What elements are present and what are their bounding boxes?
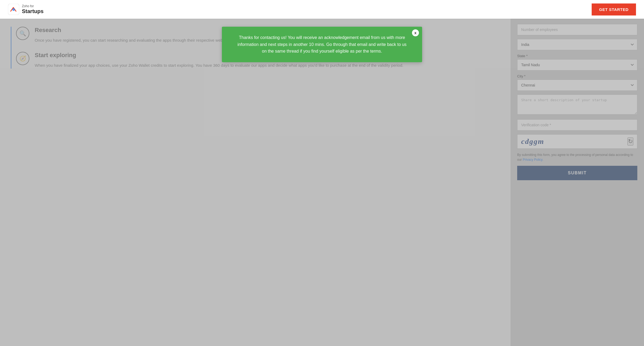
privacy-text-group: By submitting this form, you agree to th…: [517, 152, 637, 162]
logo-area: Zoho for Startups: [8, 4, 44, 15]
city-label: City *: [517, 74, 637, 78]
privacy-policy-link[interactable]: Privacy Policy.: [523, 158, 543, 162]
left-border-line: [11, 27, 11, 69]
get-started-button[interactable]: GET STARTED: [592, 3, 636, 15]
city-group: City * Chennai Mumbai Delhi: [517, 74, 637, 91]
description-textarea[interactable]: [517, 95, 637, 115]
main-container: 🔍 Research Once you have registered, you…: [0, 19, 644, 346]
logo-text: Zoho for Startups: [22, 4, 44, 14]
state-select[interactable]: Tamil Nadu Karnataka Maharashtra: [517, 59, 637, 70]
research-icon: 🔍: [16, 27, 29, 40]
right-form-panel: India USA UK State * Tamil Nadu Karnatak…: [511, 19, 644, 346]
country-group: India USA UK: [517, 39, 637, 50]
svg-point-1: [12, 8, 15, 11]
city-select[interactable]: Chennai Mumbai Delhi: [517, 80, 637, 91]
toast-overlay: x Thanks for contacting us! You will rec…: [222, 27, 422, 62]
captcha-image: cdggm: [521, 137, 625, 146]
employees-group: [517, 24, 637, 35]
submit-button[interactable]: SUBMIT: [517, 166, 637, 180]
toast-close-button[interactable]: x: [412, 29, 419, 36]
logo-for: Zoho for: [22, 4, 44, 8]
country-select[interactable]: India USA UK: [517, 39, 637, 50]
explore-icon: 🧭: [16, 52, 29, 65]
captcha-row: cdggm ↻: [517, 134, 637, 149]
state-label: State *: [517, 54, 637, 58]
zoho-logo-icon: [8, 4, 19, 15]
verification-group: [517, 119, 637, 131]
captcha-group: cdggm ↻: [517, 134, 637, 149]
state-group: State * Tamil Nadu Karnataka Maharashtra: [517, 54, 637, 70]
header: Zoho for Startups GET STARTED: [0, 0, 644, 19]
description-group: [517, 95, 637, 116]
employees-input[interactable]: [517, 24, 637, 35]
toast-notification: x Thanks for contacting us! You will rec…: [222, 27, 422, 62]
verification-input[interactable]: [517, 119, 637, 131]
explore-text: When you have finalized your app choices…: [35, 62, 403, 69]
left-content: 🔍 Research Once you have registered, you…: [0, 19, 511, 346]
logo-startups: Startups: [22, 8, 44, 14]
toast-message: Thanks for contacting us! You will recei…: [237, 35, 406, 53]
captcha-refresh-button[interactable]: ↻: [627, 137, 633, 146]
